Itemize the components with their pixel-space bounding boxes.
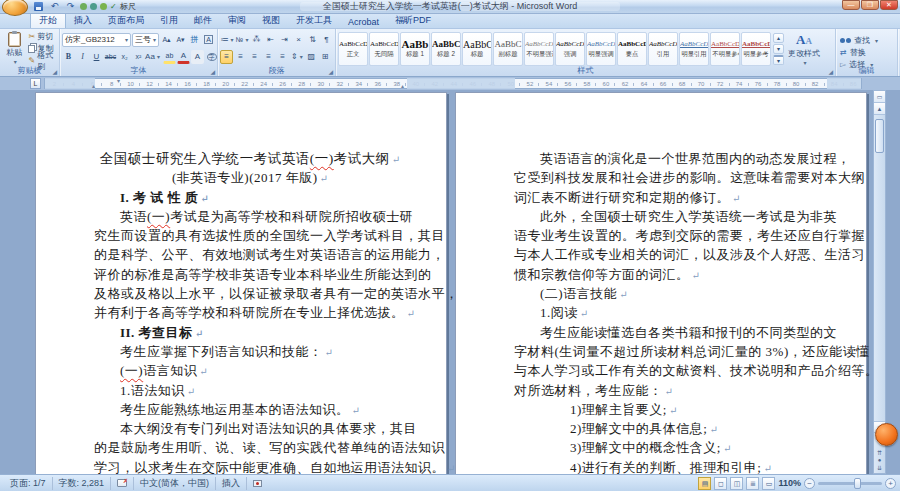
style-item-1[interactable]: AaBbCcDd正文 (338, 32, 368, 66)
draft-view-button[interactable]: ▭ (762, 477, 775, 490)
tab-8[interactable]: 开发工具 (288, 12, 340, 28)
doc-line[interactable]: 1.阅读↵ (514, 303, 826, 322)
underline-button[interactable]: U (90, 50, 103, 64)
align-right-button[interactable]: ≡ (248, 50, 261, 64)
grow-font-button[interactable]: A▴ (160, 33, 173, 47)
style-item-12[interactable]: AaBbCcDd明显引用 (679, 32, 709, 66)
doc-line[interactable]: 考生应能读懂选自各类书籍和报刊的不同类型的文 (514, 323, 826, 342)
doc-line[interactable]: 的是鼓励考生用听、说、读、写的实践代替单纯的语法知识 (94, 438, 406, 457)
page-1[interactable]: 全国硕士研究生入学统一考试英语(一)考试大纲↵(非英语专业)(2017 年版)↵… (35, 92, 447, 474)
subscript-button[interactable]: x₂ (118, 50, 131, 64)
doc-line[interactable]: 本大纲没有专门列出对语法知识的具体要求，其目 (94, 419, 406, 438)
decrease-indent-button[interactable]: ⇤ (264, 33, 277, 47)
style-item-11[interactable]: AaBbCcDd引用 (648, 32, 678, 66)
superscript-button[interactable]: x² (132, 50, 145, 64)
asian-layout-button[interactable]: × (292, 33, 305, 47)
shading-button[interactable]: ▨ (305, 50, 318, 64)
first-line-indent-marker[interactable]: ▾ (117, 78, 120, 84)
zoom-in-button[interactable]: + (885, 478, 896, 489)
ruler-toggle-button[interactable]: ▭ (874, 91, 885, 103)
align-center-button[interactable]: ≡ (234, 50, 247, 64)
doc-line[interactable]: 字材料(生词量不超过所读材料总词汇量的 3%)，还应能读懂 (514, 342, 826, 361)
doc-line[interactable]: 考生应掌握下列语言知识和技能：↵ (94, 342, 406, 361)
fullscreen-reading-view-button[interactable]: ◻ (714, 477, 727, 490)
find-button[interactable]: 查找▾ (840, 35, 893, 46)
doc-line[interactable]: 与本人工作或专业相关的词汇，以及涉及个人好恶、生活习 (514, 245, 826, 264)
doc-line[interactable]: 英语语言的演化是一个世界范围内的动态发展过程， (514, 149, 826, 168)
highlight-button[interactable]: ab (163, 50, 176, 64)
zoom-slider-thumb[interactable] (854, 478, 861, 489)
gallery-more-button[interactable]: ▾ (773, 55, 784, 65)
doc-line[interactable]: 4)进行有关的判断、推理和引申;↵ (514, 458, 826, 474)
doc-line[interactable]: 它受到科技发展和社会进步的影响。这意味着需要对本大纲 (514, 168, 826, 187)
doc-line[interactable]: 英语(一)考试是为高等学校和科研院所招收硕士研 (94, 207, 406, 226)
font-name-combo[interactable]: 仿宋_GB2312▾ (62, 33, 131, 47)
style-item-7[interactable]: AaBbCcDd不明显强调 (524, 32, 554, 66)
dialog-launcher-icon[interactable]: ◢ (210, 69, 215, 75)
tab-9[interactable]: Acrobat (340, 15, 387, 28)
ruby-guide-button[interactable]: 拼 (188, 33, 201, 47)
word-count[interactable]: 字数: 2,281 (53, 477, 112, 490)
left-indent-marker[interactable]: ▴ (92, 83, 95, 89)
gallery-scroll-down-button[interactable]: ▾ (773, 44, 784, 54)
spellcheck-status[interactable] (111, 477, 134, 490)
select-browse-object-button[interactable]: ● (878, 457, 882, 463)
ruler-toggle-label[interactable]: 标尺 (120, 1, 136, 12)
doc-line[interactable]: 的是科学、公平、有效地测试考生对英语语言的运用能力， (94, 245, 406, 264)
doc-line[interactable]: (一)语言知识↵ (94, 361, 406, 380)
language-indicator[interactable]: 中文(简体，中国) (134, 477, 216, 490)
doc-line[interactable]: 并有利于各高等学校和科研院所在专业上择优选拔。↵ (94, 303, 406, 322)
bold-button[interactable]: B (62, 50, 75, 64)
scroll-up-button[interactable]: ▲ (874, 103, 885, 115)
tab-10[interactable]: 福昕PDF (387, 12, 439, 28)
scrollbar-thumb[interactable] (875, 119, 884, 153)
doc-line[interactable]: 学习，以求考生在交际中能更准确、自如地运用语法知识。↵ (94, 458, 406, 474)
close-button[interactable]: ✕ (880, 0, 898, 10)
doc-line[interactable]: 全国硕士研究生入学统一考试英语(一)考试大纲↵ (94, 149, 406, 168)
save-button[interactable] (32, 1, 45, 12)
borders-button[interactable]: ⊞ (319, 50, 332, 64)
tab-4[interactable]: 引用 (152, 12, 186, 28)
outline-view-button[interactable]: ≣ (746, 477, 759, 490)
doc-line[interactable]: (二)语言技能↵ (514, 284, 826, 303)
style-item-3[interactable]: AaBb标题 1 (400, 32, 430, 66)
insert-mode-indicator[interactable]: 插入 (216, 477, 247, 490)
tab-3[interactable]: 页面布局 (100, 12, 152, 28)
sort-button[interactable]: ⇅ (306, 33, 319, 47)
bullets-button[interactable]: ≔▾ (220, 33, 234, 47)
zoom-level[interactable]: 110% (778, 478, 801, 488)
dialog-launcher-icon[interactable]: ◢ (828, 69, 833, 75)
macro-record-button[interactable] (247, 477, 268, 490)
assistant-ball-overlay[interactable] (875, 423, 898, 446)
doc-line[interactable]: 惯和宗教信仰等方面的词汇。↵ (514, 265, 826, 284)
zoom-slider[interactable] (818, 482, 882, 485)
style-item-10[interactable]: AaBbCcDd要点 (617, 32, 647, 66)
page-2[interactable]: 英语语言的演化是一个世界范围内的动态发展过程，它受到科技发展和社会进步的影响。这… (455, 92, 867, 474)
doc-line[interactable]: (非英语专业)(2017 年版)↵ (94, 168, 406, 187)
style-item-9[interactable]: AaBbCcDd明显强调 (586, 32, 616, 66)
font-size-combo[interactable]: 三号▾ (132, 33, 159, 47)
numbering-button[interactable]: №▾ (235, 33, 249, 47)
page-indicator[interactable]: 页面: 1/7 (4, 477, 53, 490)
distribute-button[interactable]: ≡ (276, 50, 289, 64)
next-page-button[interactable]: ⇊ (877, 464, 882, 471)
right-indent-marker[interactable]: ▴ (401, 83, 404, 89)
replace-button[interactable]: ⇄替换 (840, 47, 893, 58)
align-left-button[interactable]: ≡ (220, 50, 233, 64)
doc-line[interactable]: 评价的标准是高等学校非英语专业本科毕业生所能达到的 (94, 265, 406, 284)
tab-5[interactable]: 邮件 (186, 12, 220, 28)
character-border-button[interactable]: A (202, 33, 215, 47)
cut-button[interactable]: ✂剪切 (28, 31, 57, 42)
tab-selector[interactable]: L (30, 78, 41, 89)
vertical-scrollbar[interactable]: ▭ ▲ ▼ ⇈ ● ⇊ (873, 90, 886, 474)
style-item-6[interactable]: AaBbC副标题 (493, 32, 523, 66)
tab-6[interactable]: 审阅 (220, 12, 254, 28)
doc-line[interactable]: 此外，全国硕士研究生入学英语统一考试是为非英 (514, 207, 826, 226)
doc-line[interactable]: 词汇表不断进行研究和定期的修订。↵ (514, 188, 826, 207)
shrink-font-button[interactable]: A▾ (174, 33, 187, 47)
style-item-8[interactable]: AaBbCcDd强调 (555, 32, 585, 66)
addin-icon[interactable] (100, 3, 107, 10)
addin-icon[interactable] (80, 3, 87, 10)
font-color-button[interactable]: A (177, 50, 190, 64)
doc-line[interactable]: II. 考查目标↵ (94, 323, 406, 342)
